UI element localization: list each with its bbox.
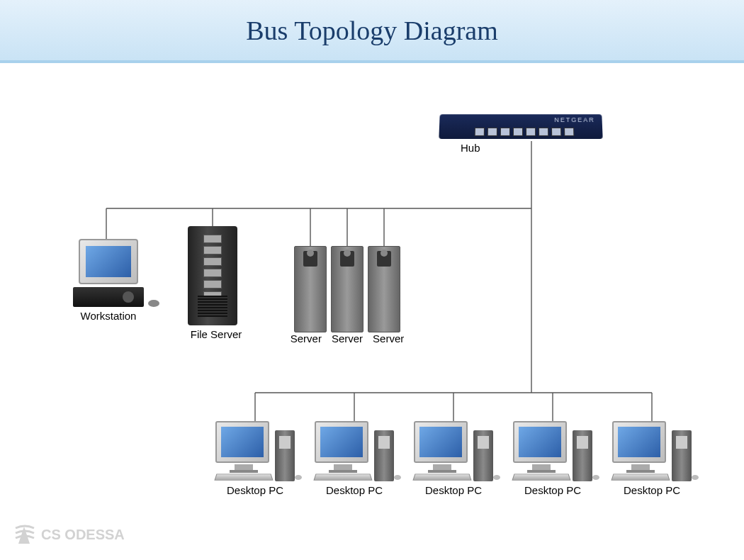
desktop-pc-label: Desktop PC (312, 484, 397, 496)
desktop-pc-node: Desktop PC (312, 421, 397, 496)
diagram-header: Bus Topology Diagram (0, 0, 744, 63)
workstation-icon (69, 239, 147, 307)
hub-label: Hub (461, 142, 602, 154)
desktop-pc-label: Desktop PC (411, 484, 496, 496)
server-group-node: Server Server Server (291, 246, 404, 345)
desktop-pc-label: Desktop PC (213, 484, 298, 496)
server-label: Server (373, 332, 404, 345)
workstation-node: Workstation (69, 239, 147, 322)
server-group-icon (291, 246, 404, 332)
desktop-pc-node: Desktop PC (609, 421, 694, 496)
hub-icon: NETGEAR (439, 114, 602, 139)
file-server-node: File Server (188, 226, 244, 340)
desktop-pc-node: Desktop PC (510, 421, 595, 496)
file-server-icon (188, 226, 237, 325)
desktop-pc-icon (609, 421, 694, 481)
desktop-pc-icon (411, 421, 496, 481)
server-label: Server (291, 332, 322, 345)
hub-brand: NETGEAR (554, 116, 595, 123)
watermark-text: CS ODESSA (41, 527, 125, 543)
diagram-title: Bus Topology Diagram (246, 15, 498, 46)
workstation-label: Workstation (69, 310, 147, 322)
desktop-pc-icon (312, 421, 397, 481)
watermark: CS ODESSA (13, 522, 125, 547)
server-icon (294, 246, 327, 332)
desktop-pc-label: Desktop PC (510, 484, 595, 496)
desktop-pc-node: Desktop PC (411, 421, 496, 496)
desktop-pc-icon (510, 421, 595, 481)
hub-node: NETGEAR Hub (439, 114, 602, 154)
desktop-pc-label: Desktop PC (609, 484, 694, 496)
file-server-label: File Server (188, 328, 244, 340)
watermark-icon (13, 522, 37, 547)
server-icon (331, 246, 363, 332)
desktop-pc-icon (213, 421, 298, 481)
desktop-pc-node: Desktop PC (213, 421, 298, 496)
server-label: Server (332, 332, 363, 345)
diagram-canvas: NETGEAR Hub Workstation File Server Serv… (0, 63, 744, 559)
server-icon (368, 246, 400, 332)
